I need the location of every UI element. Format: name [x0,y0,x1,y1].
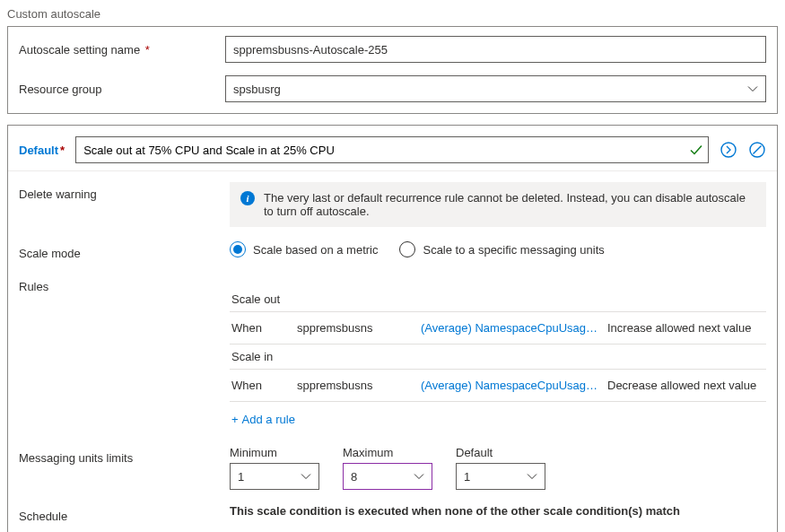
rule-action-text: Decrease allowed next value [607,379,764,392]
rule-metric-link[interactable]: (Average) NamespaceCpuUsag… [421,379,600,392]
schedule-text: This scale condition is executed when no… [230,504,766,518]
default-select[interactable]: 1 [456,463,545,490]
schedule-label: Schedule [19,504,230,523]
delete-warning-info: i The very last or default recurrence ru… [230,182,766,227]
scale-mode-metric-label: Scale based on a metric [253,243,378,257]
chevron-down-icon [527,471,537,482]
rule-when-label: When [231,379,290,392]
svg-point-0 [721,143,736,157]
scale-out-rule-row: When sppremsbusns (Average) NamespaceCpu… [230,312,766,344]
svg-line-2 [754,146,762,154]
limits-label: Messaging units limits [19,446,230,465]
info-icon: i [240,191,255,205]
resource-group-select[interactable]: spsbusrg [225,75,766,102]
min-label: Minimum [230,446,319,459]
required-asterisk: * [60,144,65,157]
rule-action-text: Increase allowed next value [607,321,764,335]
plus-icon: + [231,413,239,426]
chevron-down-icon [747,83,758,94]
scale-mode-metric-radio[interactable]: Scale based on a metric [230,241,378,257]
autoscale-name-input[interactable] [225,36,766,63]
page-title: Custom autoscale [7,7,778,21]
rules-label: Rules [19,275,230,293]
max-label: Maximum [343,446,432,459]
rule-when-label: When [231,321,290,335]
autoscale-settings-panel: Autoscale setting name * Resource group … [7,26,778,114]
add-rule-button[interactable]: + Add a rule [230,402,766,432]
resource-group-label: Resource group [19,83,225,96]
cancel-button[interactable] [748,141,766,159]
max-value: 8 [351,470,357,484]
scale-out-header: Scale out [230,287,766,311]
min-select[interactable]: 1 [230,463,319,490]
scale-in-header: Scale in [230,344,766,369]
resource-group-value: spsbusrg [233,83,281,96]
delete-warning-label: Delete warning [19,182,230,201]
rule-namespace: sppremsbusns [297,321,414,335]
default-value: 1 [464,470,470,484]
scale-in-rule-row: When sppremsbusns (Average) NamespaceCpu… [230,370,766,401]
scale-mode-specific-label: Scale to a specific messaging units [423,243,604,257]
chevron-down-icon [414,471,424,482]
check-icon [689,143,703,157]
min-value: 1 [238,470,244,484]
profile-name-input[interactable] [75,136,709,163]
profile-panel: Default* Delete warning i The very last … [7,125,778,532]
profile-label: Default* [19,144,65,157]
submit-arrow-button[interactable] [720,141,737,159]
rule-metric-link[interactable]: (Average) NamespaceCpuUsag… [421,321,600,335]
default-label: Default [456,446,545,459]
scale-mode-label: Scale mode [19,241,230,260]
chevron-down-icon [301,471,311,482]
rule-namespace: sppremsbusns [297,379,414,392]
required-asterisk: * [142,43,150,57]
autoscale-name-label: Autoscale setting name * [19,43,225,57]
max-select[interactable]: 8 [343,463,432,490]
delete-warning-text: The very last or default recurrence rule… [264,191,755,218]
scale-mode-specific-radio[interactable]: Scale to a specific messaging units [399,241,604,257]
